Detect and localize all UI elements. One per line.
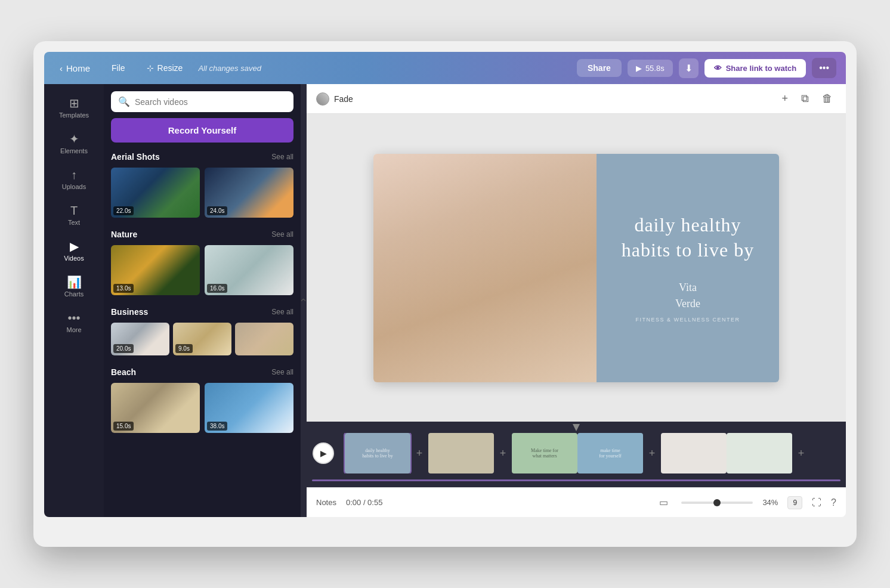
download-button[interactable]: ⬇	[679, 58, 699, 78]
home-button[interactable]: ‹ Home	[54, 60, 96, 77]
elements-icon: ✦	[69, 133, 79, 145]
canvas-text-right: daily healthy habits to live by VitaVerd…	[597, 154, 779, 382]
more-options-button[interactable]: •••	[812, 58, 836, 78]
beach-grid: 15.0s 38.0s	[111, 383, 293, 433]
sidebar-item-templates[interactable]: ⊞ Templates	[49, 91, 99, 125]
nature-video-2[interactable]: 16.0s	[205, 245, 293, 295]
add-after-slide-6[interactable]: +	[792, 433, 810, 474]
slide-3-text: Make time forwhat matters	[529, 445, 561, 462]
view-mode-button[interactable]: ▭	[656, 494, 672, 510]
timeline-slide-4[interactable]: make timefor yourself	[577, 433, 643, 474]
beach-see-all[interactable]: See all	[271, 368, 293, 376]
business-video-2[interactable]: 9.0s	[173, 323, 231, 355]
timeline-play-button[interactable]: ▶	[313, 442, 334, 464]
canvas-brand-sub: Fitness & Wellness Center	[635, 317, 740, 323]
laptop-screen: ‹ Home File ⊹ Resize All changes saved S…	[44, 52, 846, 517]
duplicate-slide-button[interactable]: ⧉	[798, 90, 812, 107]
share-button[interactable]: Share	[577, 59, 622, 77]
person-photo	[373, 154, 597, 382]
business-video-2-duration: 9.0s	[175, 344, 193, 353]
add-slide-button[interactable]: +	[778, 90, 792, 107]
notes-button[interactable]: Notes	[316, 498, 336, 507]
timeline-slide-3[interactable]: Make time forwhat matters	[512, 433, 577, 474]
resize-button[interactable]: ⊹ Resize	[141, 60, 189, 76]
timeline-slide-2[interactable]	[428, 433, 494, 474]
sidebar-item-uploads[interactable]: ↑ Uploads	[49, 163, 99, 196]
headline-line1: daily healthy	[634, 214, 741, 236]
add-after-slide-2[interactable]: +	[494, 433, 512, 474]
share-link-label: Share link to watch	[726, 64, 796, 73]
home-label: Home	[66, 63, 90, 73]
play-duration: 55.8s	[645, 64, 665, 73]
business-title: Business	[111, 307, 148, 317]
business-see-all[interactable]: See all	[271, 308, 293, 316]
aerial-video-2[interactable]: 24.0s	[205, 168, 293, 218]
search-box[interactable]: 🔍	[111, 91, 293, 112]
aerial-shots-see-all[interactable]: See all	[271, 153, 293, 161]
timeline-playhead-marker	[573, 424, 580, 431]
business-video-1[interactable]: 20.0s	[111, 323, 169, 355]
sidebar-item-videos[interactable]: ▶ Videos	[49, 234, 99, 268]
time-display: 0:00 / 0:55	[346, 498, 382, 507]
nature-grid: 13.0s 16.0s	[111, 245, 293, 295]
uploads-icon: ↑	[71, 169, 77, 181]
help-button[interactable]: ?	[831, 497, 836, 508]
add-after-slide-1[interactable]: +	[410, 433, 428, 474]
delete-slide-button[interactable]: 🗑	[818, 90, 836, 107]
canvas-brand-name: VitaVerde	[675, 280, 700, 312]
play-preview-button[interactable]: ▶ 55.8s	[628, 60, 673, 77]
sidebar: ⊞ Templates ✦ Elements ↑ Uploads T Text …	[44, 84, 104, 517]
add-after-slide-4[interactable]: +	[643, 433, 661, 474]
sidebar-label-elements: Elements	[60, 147, 88, 154]
zoom-progress-bar[interactable]	[681, 502, 753, 504]
timeline-slide-5[interactable]	[661, 433, 727, 474]
sidebar-label-uploads: Uploads	[62, 183, 86, 190]
business-video-3[interactable]	[235, 323, 293, 355]
videos-panel: 🔍 Record Yourself Aerial Shots See all 2…	[104, 84, 301, 517]
bottom-bar: Notes 0:00 / 0:55 ▭ 34% 9 ⛶ ?	[307, 487, 846, 517]
sidebar-item-more[interactable]: ••• More	[49, 306, 99, 339]
sidebar-item-text[interactable]: T Text	[49, 199, 99, 232]
autosave-status: All changes saved	[198, 64, 261, 73]
file-menu[interactable]: File	[106, 60, 131, 76]
beach-video-2[interactable]: 38.0s	[205, 383, 293, 433]
templates-icon: ⊞	[69, 97, 79, 109]
aerial-video-1-duration: 22.0s	[113, 206, 134, 215]
aerial-shots-grid: 22.0s 24.0s	[111, 168, 293, 218]
design-canvas[interactable]: daily healthy habits to live by VitaVerd…	[373, 154, 779, 382]
fullscreen-button[interactable]: ⛶	[812, 497, 821, 508]
laptop-frame: ‹ Home File ⊹ Resize All changes saved S…	[33, 41, 857, 547]
eye-icon: 👁	[714, 64, 722, 73]
beach-title: Beach	[111, 367, 136, 377]
aerial-shots-header: Aerial Shots See all	[111, 152, 293, 162]
record-yourself-button[interactable]: Record Yourself	[111, 118, 293, 143]
timeline-slide-6[interactable]	[727, 433, 792, 474]
business-grid: 20.0s 9.0s	[111, 323, 293, 355]
sidebar-label-videos: Videos	[64, 255, 84, 262]
business-video-1-duration: 20.0s	[113, 344, 134, 353]
sidebar-item-charts[interactable]: 📊 Charts	[49, 270, 99, 304]
timeline-slide-1[interactable]: daily healthyhabits to live by	[345, 433, 410, 474]
aerial-video-2-duration: 24.0s	[207, 206, 227, 215]
beach-video-1[interactable]: 15.0s	[111, 383, 200, 433]
nature-title: Nature	[111, 230, 137, 239]
timeline-progress[interactable]	[312, 479, 840, 481]
transition-selector[interactable]: Fade	[316, 92, 353, 106]
charts-icon: 📊	[67, 276, 82, 288]
top-bar-left: ‹ Home File ⊹ Resize All changes saved	[54, 60, 570, 77]
canvas-headline: daily healthy habits to live by	[622, 213, 754, 262]
video-icon: ▶	[70, 240, 79, 252]
slide-2-text	[459, 451, 463, 456]
play-icon: ▶	[636, 64, 642, 73]
sidebar-item-elements[interactable]: ✦ Elements	[49, 127, 99, 160]
aerial-video-1[interactable]: 22.0s	[111, 168, 200, 218]
share-link-button[interactable]: 👁 Share link to watch	[704, 59, 806, 78]
panel-divider[interactable]: ‹	[301, 84, 307, 517]
search-input[interactable]	[135, 97, 286, 107]
beach-header: Beach See all	[111, 367, 293, 377]
nature-video-1[interactable]: 13.0s	[111, 245, 200, 295]
slide-1-text: daily healthyhabits to live by	[360, 445, 395, 462]
slide-count-button[interactable]: 9	[787, 496, 802, 509]
nature-see-all[interactable]: See all	[271, 230, 293, 239]
sidebar-label-templates: Templates	[59, 112, 89, 119]
